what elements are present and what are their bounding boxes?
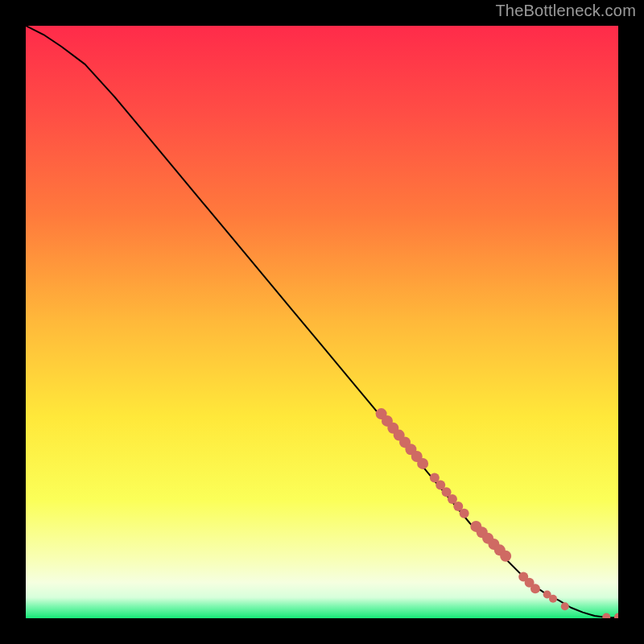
plot-area [26, 26, 618, 618]
attribution-label: TheBottleneck.com [495, 2, 636, 20]
data-marker [530, 584, 540, 593]
data-marker [500, 551, 511, 562]
data-marker [460, 509, 469, 518]
chart-svg [26, 26, 618, 618]
gradient-background [26, 26, 618, 618]
data-marker [549, 595, 557, 603]
data-marker [417, 458, 428, 469]
chart-frame: TheBottleneck.com [0, 0, 644, 644]
data-marker [561, 602, 569, 610]
